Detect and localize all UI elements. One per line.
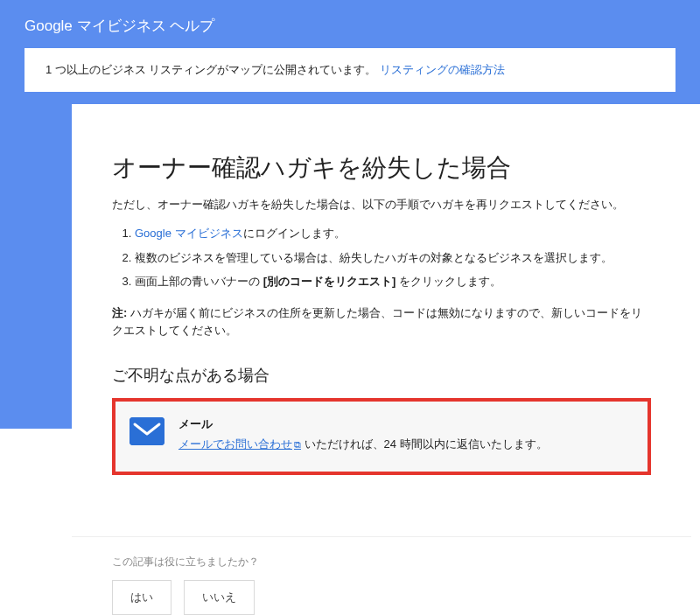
feedback-question: この記事は役に立ちましたか？ xyxy=(112,555,651,570)
step-3-bold: [別のコードをリクエスト] xyxy=(263,275,396,288)
step-1-after: にログインします。 xyxy=(243,227,346,240)
step-3-before: 画面上部の青いバナーの xyxy=(135,275,263,288)
note-body: ハガキが届く前にビジネスの住所を更新した場合、コードは無効になりますので、新しい… xyxy=(112,306,642,338)
contact-link[interactable]: メールでお問い合わせ⧉ xyxy=(178,437,301,451)
external-link-icon: ⧉ xyxy=(294,439,301,450)
article-heading: オーナー確認ハガキを紛失した場合 xyxy=(112,151,651,185)
step-1: Google マイビジネスにログインします。 xyxy=(135,225,651,242)
feedback-no-button[interactable]: いいえ xyxy=(184,580,255,615)
note-label: 注: xyxy=(112,306,130,319)
step-2: 複数のビジネスを管理している場合は、紛失したハガキの対象となるビジネスを選択しま… xyxy=(135,249,651,267)
notice-bar: 1 つ以上のビジネス リスティングがマップに公開されています。 リスティングの確… xyxy=(24,48,676,92)
sidebar-accent xyxy=(0,96,72,429)
feedback-yes-button[interactable]: はい xyxy=(112,580,172,615)
contact-after: いただければ、24 時間以内に返信いたします。 xyxy=(301,437,548,451)
notice-link[interactable]: リスティングの確認方法 xyxy=(380,63,505,76)
article-lead: ただし、オーナー確認ハガキを紛失した場合は、以下の手順でハガキを再リクエストして… xyxy=(112,197,651,213)
contact-box: メール メールでお問い合わせ⧉ いただければ、24 時間以内に返信いたします。 xyxy=(112,398,651,475)
step-3-after: をクリックします。 xyxy=(396,275,501,288)
note: 注: ハガキが届く前にビジネスの住所を更新した場合、コードは無効になりますので、… xyxy=(112,304,651,341)
page-title: Google マイビジネス ヘルプ xyxy=(0,0,700,48)
article-card: オーナー確認ハガキを紛失した場合 ただし、オーナー確認ハガキを紛失した場合は、以… xyxy=(72,120,691,615)
steps-list: Google マイビジネスにログインします。 複数のビジネスを管理している場合は… xyxy=(112,225,651,290)
step-1-link[interactable]: Google マイビジネス xyxy=(135,227,243,240)
mail-icon xyxy=(130,417,164,445)
step-3: 画面上部の青いバナーの [別のコードをリクエスト] をクリックします。 xyxy=(135,273,651,290)
svg-rect-0 xyxy=(130,417,164,445)
contact-title: メール xyxy=(178,416,548,434)
notice-text: 1 つ以上のビジネス リスティングがマップに公開されています。 xyxy=(46,63,376,76)
sub-heading: ご不明な点がある場合 xyxy=(112,365,651,386)
feedback-section: この記事は役に立ちましたか？ はい いいえ xyxy=(72,536,691,615)
